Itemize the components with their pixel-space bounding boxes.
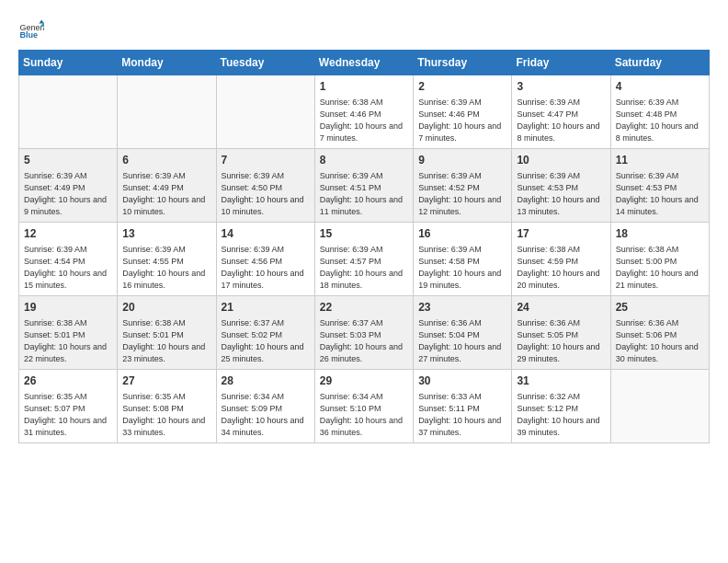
svg-text:Blue: Blue [19, 30, 38, 40]
calendar-week-row: 12Sunrise: 6:39 AM Sunset: 4:54 PM Dayli… [19, 222, 710, 295]
weekday-header: Saturday [610, 51, 709, 75]
day-info: Sunrise: 6:38 AM Sunset: 5:01 PM Dayligh… [122, 317, 210, 365]
calendar: SundayMondayTuesdayWednesdayThursdayFrid… [18, 50, 710, 443]
day-info: Sunrise: 6:38 AM Sunset: 5:00 PM Dayligh… [616, 244, 704, 292]
day-number: 29 [320, 373, 408, 389]
day-info: Sunrise: 6:36 AM Sunset: 5:04 PM Dayligh… [418, 317, 506, 365]
calendar-week-row: 1Sunrise: 6:38 AM Sunset: 4:46 PM Daylig… [19, 75, 710, 149]
day-number: 4 [616, 79, 704, 95]
day-info: Sunrise: 6:34 AM Sunset: 5:10 PM Dayligh… [320, 391, 408, 439]
day-number: 24 [517, 300, 605, 316]
calendar-cell: 15Sunrise: 6:39 AM Sunset: 4:57 PM Dayli… [314, 222, 413, 295]
day-info: Sunrise: 6:39 AM Sunset: 4:49 PM Dayligh… [24, 170, 112, 218]
calendar-cell: 2Sunrise: 6:39 AM Sunset: 4:46 PM Daylig… [414, 75, 512, 149]
calendar-week-row: 19Sunrise: 6:38 AM Sunset: 5:01 PM Dayli… [19, 295, 710, 369]
calendar-cell: 9Sunrise: 6:39 AM Sunset: 4:52 PM Daylig… [414, 148, 512, 222]
day-info: Sunrise: 6:34 AM Sunset: 5:09 PM Dayligh… [222, 391, 310, 439]
day-number: 2 [418, 79, 506, 95]
day-info: Sunrise: 6:36 AM Sunset: 5:06 PM Dayligh… [616, 317, 704, 365]
day-info: Sunrise: 6:36 AM Sunset: 5:05 PM Dayligh… [517, 317, 605, 365]
day-number: 22 [320, 300, 408, 316]
calendar-cell: 27Sunrise: 6:35 AM Sunset: 5:08 PM Dayli… [118, 369, 216, 442]
weekday-header: Monday [118, 51, 216, 75]
calendar-cell [19, 75, 118, 149]
day-info: Sunrise: 6:38 AM Sunset: 5:01 PM Dayligh… [24, 317, 112, 365]
day-number: 9 [418, 153, 506, 168]
day-info: Sunrise: 6:39 AM Sunset: 4:49 PM Dayligh… [122, 170, 210, 218]
day-number: 16 [418, 226, 506, 242]
day-number: 25 [616, 300, 704, 316]
day-number: 5 [24, 153, 112, 168]
day-info: Sunrise: 6:37 AM Sunset: 5:03 PM Dayligh… [320, 317, 408, 365]
day-info: Sunrise: 6:39 AM Sunset: 4:54 PM Dayligh… [24, 244, 112, 292]
calendar-cell: 11Sunrise: 6:39 AM Sunset: 4:53 PM Dayli… [610, 148, 709, 222]
calendar-body: 1Sunrise: 6:38 AM Sunset: 4:46 PM Daylig… [19, 75, 710, 443]
calendar-cell: 7Sunrise: 6:39 AM Sunset: 4:50 PM Daylig… [216, 148, 314, 222]
day-info: Sunrise: 6:32 AM Sunset: 5:12 PM Dayligh… [517, 391, 605, 439]
svg-marker-2 [39, 19, 44, 23]
day-number: 10 [517, 153, 605, 168]
header: General Blue [18, 18, 710, 44]
day-info: Sunrise: 6:39 AM Sunset: 4:48 PM Dayligh… [616, 97, 704, 144]
calendar-cell: 29Sunrise: 6:34 AM Sunset: 5:10 PM Dayli… [314, 369, 413, 442]
day-info: Sunrise: 6:35 AM Sunset: 5:07 PM Dayligh… [24, 391, 112, 439]
calendar-cell: 25Sunrise: 6:36 AM Sunset: 5:06 PM Dayli… [610, 295, 709, 369]
calendar-cell [216, 75, 314, 149]
day-number: 12 [24, 226, 112, 242]
weekday-header: Tuesday [216, 51, 314, 75]
day-number: 21 [222, 300, 310, 316]
calendar-cell: 24Sunrise: 6:36 AM Sunset: 5:05 PM Dayli… [512, 295, 610, 369]
calendar-cell: 6Sunrise: 6:39 AM Sunset: 4:49 PM Daylig… [118, 148, 216, 222]
weekday-header: Sunday [19, 51, 118, 75]
calendar-cell: 18Sunrise: 6:38 AM Sunset: 5:00 PM Dayli… [610, 222, 709, 295]
logo: General Blue [18, 18, 44, 44]
day-number: 7 [222, 153, 310, 168]
calendar-cell: 5Sunrise: 6:39 AM Sunset: 4:49 PM Daylig… [19, 148, 118, 222]
day-info: Sunrise: 6:39 AM Sunset: 4:50 PM Dayligh… [222, 170, 310, 218]
day-info: Sunrise: 6:39 AM Sunset: 4:56 PM Dayligh… [222, 244, 310, 292]
day-info: Sunrise: 6:39 AM Sunset: 4:57 PM Dayligh… [320, 244, 408, 292]
day-info: Sunrise: 6:37 AM Sunset: 5:02 PM Dayligh… [222, 317, 310, 365]
logo-icon: General Blue [18, 18, 44, 44]
calendar-week-row: 26Sunrise: 6:35 AM Sunset: 5:07 PM Dayli… [19, 369, 710, 442]
day-number: 18 [616, 226, 704, 242]
day-number: 6 [122, 153, 210, 168]
day-info: Sunrise: 6:33 AM Sunset: 5:11 PM Dayligh… [418, 391, 506, 439]
calendar-cell: 3Sunrise: 6:39 AM Sunset: 4:47 PM Daylig… [512, 75, 610, 149]
day-info: Sunrise: 6:39 AM Sunset: 4:55 PM Dayligh… [122, 244, 210, 292]
day-info: Sunrise: 6:38 AM Sunset: 4:59 PM Dayligh… [517, 244, 605, 292]
calendar-cell: 1Sunrise: 6:38 AM Sunset: 4:46 PM Daylig… [314, 75, 413, 149]
calendar-cell [118, 75, 216, 149]
calendar-cell: 13Sunrise: 6:39 AM Sunset: 4:55 PM Dayli… [118, 222, 216, 295]
day-number: 3 [517, 79, 605, 95]
weekday-header: Wednesday [314, 51, 413, 75]
day-number: 15 [320, 226, 408, 242]
calendar-cell: 31Sunrise: 6:32 AM Sunset: 5:12 PM Dayli… [512, 369, 610, 442]
calendar-week-row: 5Sunrise: 6:39 AM Sunset: 4:49 PM Daylig… [19, 148, 710, 222]
day-info: Sunrise: 6:39 AM Sunset: 4:58 PM Dayligh… [418, 244, 506, 292]
page: General Blue SundayMondayTuesdayWednesda… [0, 0, 728, 453]
calendar-cell: 16Sunrise: 6:39 AM Sunset: 4:58 PM Dayli… [414, 222, 512, 295]
day-info: Sunrise: 6:39 AM Sunset: 4:53 PM Dayligh… [616, 170, 704, 218]
day-info: Sunrise: 6:38 AM Sunset: 4:46 PM Dayligh… [320, 97, 408, 144]
day-number: 30 [418, 373, 506, 389]
day-number: 11 [616, 153, 704, 168]
day-info: Sunrise: 6:39 AM Sunset: 4:47 PM Dayligh… [517, 97, 605, 144]
calendar-cell: 23Sunrise: 6:36 AM Sunset: 5:04 PM Dayli… [414, 295, 512, 369]
day-number: 20 [122, 300, 210, 316]
calendar-cell: 4Sunrise: 6:39 AM Sunset: 4:48 PM Daylig… [610, 75, 709, 149]
day-info: Sunrise: 6:39 AM Sunset: 4:51 PM Dayligh… [320, 170, 408, 218]
calendar-cell: 22Sunrise: 6:37 AM Sunset: 5:03 PM Dayli… [314, 295, 413, 369]
calendar-cell: 21Sunrise: 6:37 AM Sunset: 5:02 PM Dayli… [216, 295, 314, 369]
calendar-cell: 28Sunrise: 6:34 AM Sunset: 5:09 PM Dayli… [216, 369, 314, 442]
day-number: 8 [320, 153, 408, 168]
day-number: 17 [517, 226, 605, 242]
day-number: 19 [24, 300, 112, 316]
day-number: 28 [222, 373, 310, 389]
calendar-cell: 19Sunrise: 6:38 AM Sunset: 5:01 PM Dayli… [19, 295, 118, 369]
day-info: Sunrise: 6:39 AM Sunset: 4:53 PM Dayligh… [517, 170, 605, 218]
calendar-cell: 8Sunrise: 6:39 AM Sunset: 4:51 PM Daylig… [314, 148, 413, 222]
calendar-cell: 26Sunrise: 6:35 AM Sunset: 5:07 PM Dayli… [19, 369, 118, 442]
calendar-cell: 14Sunrise: 6:39 AM Sunset: 4:56 PM Dayli… [216, 222, 314, 295]
day-info: Sunrise: 6:35 AM Sunset: 5:08 PM Dayligh… [122, 391, 210, 439]
